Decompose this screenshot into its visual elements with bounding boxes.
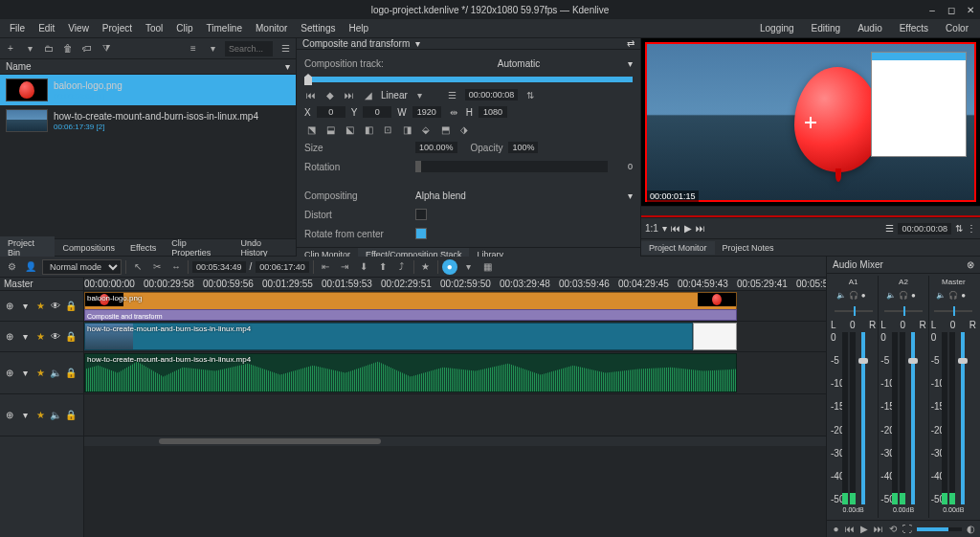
close-icon[interactable]: ✕	[965, 4, 976, 15]
progress-bar[interactable]	[917, 527, 962, 531]
in-timecode[interactable]: 00:05:34:49	[192, 261, 246, 273]
solo-icon[interactable]: 🎧	[849, 291, 858, 301]
lock-icon[interactable]: 🔒	[65, 410, 77, 421]
rec-icon[interactable]: ●	[911, 291, 921, 301]
mute-icon[interactable]: 🔈	[836, 291, 846, 301]
solo-icon[interactable]: 🎧	[948, 291, 958, 301]
chevron-down-icon[interactable]: ▾	[662, 223, 667, 234]
menu-monitor[interactable]: Monitor	[250, 21, 293, 35]
lock-icon[interactable]: 🔒	[65, 301, 77, 312]
volume-fader[interactable]	[961, 332, 965, 504]
status-icon[interactable]: ●	[831, 523, 841, 536]
x-input[interactable]: 0	[317, 106, 345, 118]
menu-timeline[interactable]: Timeline	[201, 21, 248, 35]
workspace-effects[interactable]: Effects	[892, 21, 936, 35]
workspace-color[interactable]: Color	[938, 21, 976, 35]
preview-render-icon[interactable]: ●	[442, 259, 457, 275]
zone-in-icon[interactable]: ⇤	[318, 259, 333, 275]
monitor-timecode[interactable]: 00:00:00:08	[898, 223, 951, 235]
volume-fader[interactable]	[911, 332, 915, 504]
align-ml-icon[interactable]: ◧	[362, 123, 375, 136]
video-track-2[interactable]: how-to-create-mount-and-burn-isos-in-lin…	[84, 322, 826, 352]
delete-icon[interactable]: 🗑	[61, 42, 75, 56]
workspace-audio[interactable]: Audio	[850, 21, 890, 35]
chevron-down-icon[interactable]: ▾	[23, 42, 36, 56]
gear-icon[interactable]: ⚙	[4, 259, 19, 275]
filter-icon[interactable]: ⧩	[100, 42, 113, 56]
track-head-a2[interactable]: ⊕▾★🔈🔒	[0, 394, 83, 436]
expand-icon[interactable]: ⊕	[4, 410, 15, 421]
chevron-down-icon[interactable]: ▾	[628, 58, 633, 69]
track-head-a1[interactable]: ⊕▾★🔈🔒	[0, 352, 83, 394]
volume-fader[interactable]	[861, 332, 865, 504]
lock-icon[interactable]: 🔒	[65, 331, 77, 343]
rewind-icon[interactable]: ⏮	[671, 223, 680, 234]
tab-effects[interactable]: Effects	[122, 241, 164, 255]
monitor-menu-icon[interactable]: ☰	[885, 223, 894, 234]
rotation-slider[interactable]	[415, 161, 608, 172]
chevron-down-icon[interactable]: ▾	[19, 331, 31, 343]
db-value[interactable]: 0.00dB	[843, 506, 864, 516]
zone-out-icon[interactable]: ⇥	[337, 259, 352, 275]
play-icon[interactable]: ▶	[684, 223, 692, 234]
align-tc-icon[interactable]: ⬓	[323, 123, 337, 136]
add-keyframe-icon[interactable]: ◆	[323, 88, 337, 101]
composition-bar[interactable]: Composite and transform	[84, 309, 737, 321]
menu-tool[interactable]: Tool	[140, 21, 168, 35]
zoom-ratio[interactable]: 1:1	[645, 223, 658, 234]
tab-project-bin[interactable]: Project Bin	[0, 236, 55, 259]
close-icon[interactable]: ⊗	[967, 259, 974, 270]
search-input[interactable]	[225, 41, 273, 56]
db-value[interactable]: 0.00dB	[943, 506, 964, 516]
workspace-editing[interactable]: Editing	[804, 21, 849, 35]
expand-icon[interactable]: ⊕	[4, 331, 15, 343]
solo-icon[interactable]: 🎧	[899, 291, 908, 301]
menu-settings[interactable]: Settings	[295, 21, 341, 35]
menu-view[interactable]: View	[62, 21, 95, 35]
h-input[interactable]: 1080	[479, 106, 507, 118]
master-track-head[interactable]: Master	[0, 278, 83, 291]
next-keyframe-icon[interactable]: ⏭	[343, 88, 356, 101]
rotation-value[interactable]: 0	[613, 162, 633, 171]
align-bc-icon[interactable]: ⬒	[438, 123, 452, 136]
mute-icon[interactable]: 🔈	[936, 291, 946, 301]
chevron-down-icon[interactable]: ▾	[19, 301, 31, 312]
minimize-icon[interactable]: –	[926, 4, 938, 15]
folder-icon[interactable]: 🗀	[42, 42, 56, 56]
loop-icon[interactable]: ⟲	[888, 523, 899, 536]
mute-icon[interactable]: 🔈	[50, 410, 61, 421]
track-head-v1[interactable]: ⊕▾★👁🔒	[0, 291, 83, 322]
tab-undo-history[interactable]: Undo History	[233, 236, 296, 259]
audio-track-1[interactable]: how-to-create-mount-and-burn-isos-in-lin…	[84, 352, 826, 394]
size-input[interactable]: 100.00%	[415, 142, 457, 153]
stepper-icon[interactable]: ⇅	[955, 223, 963, 234]
menu-icon[interactable]: ☰	[446, 88, 459, 101]
timeline-clip[interactable]	[693, 323, 738, 350]
overwrite-icon[interactable]: ⬇	[356, 259, 371, 275]
mute-icon[interactable]: 🔈	[50, 368, 61, 379]
menu-file[interactable]: File	[4, 21, 31, 35]
tab-clip-properties[interactable]: Clip Properties	[164, 236, 233, 259]
next-icon[interactable]: ⏭	[874, 523, 884, 536]
chevron-down-icon[interactable]: ▾	[628, 190, 633, 201]
pointer-tool-icon[interactable]: ↖	[130, 259, 145, 275]
composition-track-value[interactable]: Automatic	[415, 58, 622, 69]
spacer-tool-icon[interactable]: ↔	[168, 259, 184, 275]
expand-icon[interactable]: ⊕	[4, 368, 15, 379]
rec-icon[interactable]: ●	[861, 291, 871, 301]
crosshair-icon[interactable]	[805, 117, 816, 128]
align-br-icon[interactable]: ⬗	[457, 123, 471, 136]
mute-icon[interactable]: 👁	[50, 301, 61, 312]
favorite-icon[interactable]: ★	[418, 259, 434, 275]
distort-checkbox[interactable]	[415, 209, 427, 220]
align-tl-icon[interactable]: ⬔	[304, 123, 318, 136]
interpolation-value[interactable]: Linear	[381, 90, 408, 101]
timeline-clip[interactable]: how-to-create-mount-and-burn-isos-in-lin…	[84, 353, 737, 392]
add-clip-icon[interactable]: +	[4, 42, 17, 56]
pan-knob[interactable]	[835, 304, 873, 318]
menu-project[interactable]: Project	[97, 21, 138, 35]
options-icon[interactable]: ▾	[206, 42, 219, 56]
mute-icon[interactable]: 👁	[50, 331, 61, 343]
star-icon[interactable]: ★	[34, 368, 46, 379]
rec-icon[interactable]: ●	[961, 291, 970, 301]
